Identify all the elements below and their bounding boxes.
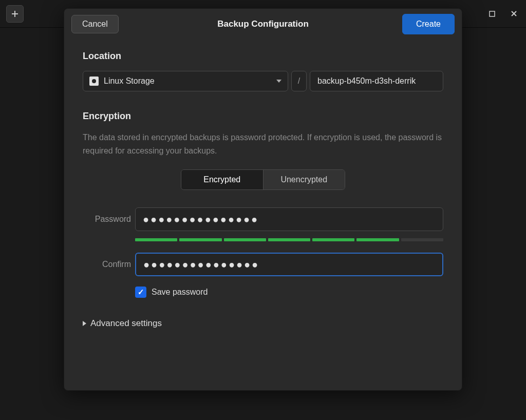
- backup-config-dialog: Cancel Backup Configuration Create Locat…: [64, 8, 462, 391]
- advanced-settings-expander[interactable]: Advanced settings: [83, 318, 443, 329]
- encryption-toggle: Encrypted Unencrypted: [181, 169, 345, 190]
- close-window-button[interactable]: [508, 8, 520, 20]
- confirm-password-input[interactable]: ●●●●●●●●●●●●●●●: [135, 253, 443, 276]
- encryption-heading: Encryption: [83, 111, 443, 122]
- disk-icon: [89, 77, 99, 86]
- password-input[interactable]: ●●●●●●●●●●●●●●●: [135, 207, 443, 231]
- toggle-unencrypted[interactable]: Unencrypted: [264, 170, 345, 189]
- strength-segment: [224, 238, 266, 241]
- storage-dropdown[interactable]: Linux Storage: [83, 71, 288, 91]
- location-heading: Location: [83, 51, 443, 62]
- triangle-right-icon: [83, 321, 86, 326]
- svg-rect-0: [490, 11, 495, 16]
- maximize-button[interactable]: [486, 8, 498, 20]
- plus-icon: [11, 10, 19, 18]
- strength-segment: [135, 238, 177, 241]
- encryption-description: The data stored in encrypted backups is …: [83, 131, 443, 157]
- save-password-label: Save password: [152, 288, 208, 297]
- advanced-settings-label: Advanced settings: [90, 318, 162, 329]
- create-button[interactable]: Create: [402, 14, 455, 34]
- storage-label: Linux Storage: [104, 77, 155, 86]
- password-strength-meter: [135, 238, 443, 241]
- strength-segment: [401, 238, 443, 241]
- path-separator: /: [291, 71, 307, 91]
- confirm-label: Confirm: [83, 260, 135, 269]
- new-tab-button[interactable]: [6, 5, 24, 23]
- password-label: Password: [83, 215, 135, 224]
- chevron-down-icon: [276, 80, 281, 83]
- strength-segment: [268, 238, 310, 241]
- backup-path-input[interactable]: backup-b450m-d3sh-derrik: [310, 71, 443, 91]
- toggle-encrypted[interactable]: Encrypted: [181, 170, 264, 189]
- maximize-icon: [489, 11, 495, 17]
- dialog-header: Cancel Backup Configuration Create: [64, 9, 462, 40]
- cancel-button[interactable]: Cancel: [71, 15, 119, 33]
- strength-segment: [179, 238, 221, 241]
- check-icon: ✓: [138, 288, 144, 297]
- strength-segment: [356, 238, 399, 241]
- save-password-checkbox[interactable]: ✓: [135, 287, 146, 298]
- strength-segment: [312, 238, 354, 241]
- close-icon: [511, 10, 517, 17]
